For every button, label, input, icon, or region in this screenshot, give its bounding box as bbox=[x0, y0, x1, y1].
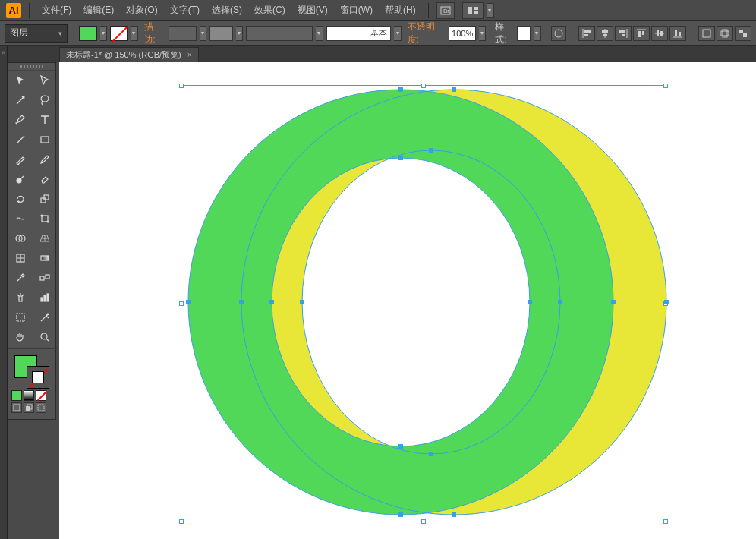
gradient-tool[interactable] bbox=[33, 248, 57, 268]
anchor-point[interactable] bbox=[558, 300, 562, 304]
none-color-icon[interactable] bbox=[36, 390, 46, 401]
stroke-color-box[interactable] bbox=[209, 26, 233, 41]
menu-type[interactable]: 文字(T) bbox=[165, 2, 204, 19]
anchor-point[interactable] bbox=[239, 300, 244, 304]
magic-wand-tool[interactable] bbox=[8, 90, 33, 110]
menu-select[interactable]: 选择(S) bbox=[207, 2, 247, 19]
stroke-weight-dropdown[interactable]: ▾ bbox=[200, 26, 206, 41]
graphic-style-swatch[interactable] bbox=[517, 26, 531, 41]
align-top-button[interactable] bbox=[633, 26, 650, 41]
menu-object[interactable]: 对象(O) bbox=[121, 2, 162, 19]
anchor-point[interactable] bbox=[429, 148, 433, 153]
anchor-point[interactable] bbox=[398, 444, 403, 449]
hand-tool[interactable] bbox=[8, 327, 33, 347]
arrange-dropdown[interactable]: ▾ bbox=[487, 3, 494, 18]
handle-se[interactable] bbox=[663, 519, 668, 524]
rotate-tool[interactable] bbox=[8, 189, 33, 209]
solid-color-icon[interactable] bbox=[11, 390, 22, 401]
close-tab-icon[interactable]: × bbox=[187, 51, 192, 59]
handle-sw[interactable] bbox=[179, 519, 184, 524]
stroke-weight-input[interactable] bbox=[169, 26, 196, 41]
transform-panel-button[interactable] bbox=[735, 26, 751, 41]
expand-dock-icon[interactable]: » bbox=[2, 49, 5, 56]
recolor-artwork-button[interactable] bbox=[551, 26, 566, 41]
align-vcenter-button[interactable] bbox=[651, 26, 668, 41]
menu-edit[interactable]: 编辑(E) bbox=[79, 2, 118, 19]
handle-s[interactable] bbox=[421, 519, 426, 524]
opacity-input[interactable]: 100% bbox=[449, 26, 476, 41]
rectangle-tool[interactable] bbox=[33, 130, 57, 150]
align-left-button[interactable] bbox=[578, 26, 595, 41]
fill-swatch-dropdown[interactable]: ▾ bbox=[100, 26, 107, 41]
draw-normal-icon[interactable] bbox=[11, 402, 22, 413]
width-tool[interactable] bbox=[8, 209, 33, 229]
handle-nw[interactable] bbox=[179, 84, 184, 88]
handle-n[interactable] bbox=[421, 84, 426, 88]
zoom-tool[interactable] bbox=[33, 327, 57, 347]
blend-tool[interactable] bbox=[33, 268, 57, 288]
stroke-color-dropdown[interactable]: ▾ bbox=[236, 26, 243, 41]
gradient-color-icon[interactable] bbox=[24, 390, 34, 401]
opacity-dropdown[interactable]: ▾ bbox=[479, 26, 486, 41]
perspective-grid-tool[interactable] bbox=[33, 229, 57, 248]
lasso-tool[interactable] bbox=[33, 90, 57, 110]
anchor-point[interactable] bbox=[269, 300, 274, 304]
type-tool[interactable] bbox=[33, 110, 57, 130]
artboard-tool[interactable] bbox=[8, 307, 33, 327]
align-right-button[interactable] bbox=[615, 26, 632, 41]
mesh-tool[interactable] bbox=[8, 248, 33, 268]
selection-tool[interactable] bbox=[8, 71, 33, 90]
menu-view[interactable]: 视图(V) bbox=[293, 2, 332, 19]
bridge-button[interactable]: Br bbox=[436, 2, 455, 19]
handle-w[interactable] bbox=[179, 301, 184, 306]
menu-file[interactable]: 文件(F) bbox=[37, 2, 76, 19]
line-segment-tool[interactable] bbox=[8, 130, 33, 150]
document-tab[interactable]: 未标题-1* @ 150% (RGB/预览) × bbox=[59, 47, 199, 62]
eraser-tool[interactable] bbox=[33, 169, 57, 189]
anchor-point[interactable] bbox=[398, 156, 403, 160]
eyedropper-tool[interactable] bbox=[8, 268, 33, 288]
selection-bounding-box[interactable] bbox=[181, 85, 666, 522]
symbol-sprayer-tool[interactable] bbox=[8, 288, 33, 307]
align-bottom-button[interactable] bbox=[669, 26, 686, 41]
anchor-point[interactable] bbox=[186, 300, 191, 304]
transform-shape-button[interactable] bbox=[698, 26, 715, 41]
shape-builder-tool[interactable] bbox=[8, 229, 33, 248]
canvas[interactable] bbox=[59, 62, 756, 539]
slice-tool[interactable] bbox=[33, 307, 57, 327]
fill-stroke-indicator[interactable] bbox=[13, 354, 51, 387]
handle-ne[interactable] bbox=[663, 84, 668, 88]
paintbrush-tool[interactable] bbox=[8, 150, 33, 169]
column-graph-tool[interactable] bbox=[33, 288, 57, 307]
fill-swatch[interactable] bbox=[79, 26, 97, 41]
align-hcenter-button[interactable] bbox=[597, 26, 613, 41]
menu-window[interactable]: 窗口(W) bbox=[335, 2, 377, 19]
anchor-point[interactable] bbox=[398, 87, 403, 92]
draw-behind-icon[interactable] bbox=[24, 402, 34, 413]
anchor-point[interactable] bbox=[398, 512, 403, 517]
stroke-swatch-dropdown[interactable]: ▾ bbox=[131, 26, 137, 41]
menu-effect[interactable]: 效果(C) bbox=[250, 2, 290, 19]
arrange-documents-button[interactable] bbox=[462, 2, 484, 19]
layers-panel-tab[interactable]: 图层 ▾ bbox=[5, 24, 68, 43]
free-transform-tool[interactable] bbox=[33, 209, 57, 229]
stroke-swatch[interactable] bbox=[110, 26, 128, 41]
pen-tool[interactable] bbox=[8, 110, 33, 130]
anchor-point[interactable] bbox=[452, 512, 456, 517]
brush-dropdown[interactable]: ▾ bbox=[394, 26, 401, 41]
anchor-point[interactable] bbox=[429, 452, 433, 456]
graphic-style-dropdown[interactable]: ▾ bbox=[534, 26, 540, 41]
anchor-point[interactable] bbox=[664, 300, 669, 304]
direct-selection-tool[interactable] bbox=[33, 71, 57, 90]
anchor-point[interactable] bbox=[452, 87, 456, 92]
stroke-color-icon[interactable] bbox=[27, 366, 49, 389]
brush-definition[interactable]: 基本 bbox=[326, 26, 392, 41]
panel-grip-icon[interactable] bbox=[8, 63, 55, 71]
menu-help[interactable]: 帮助(H) bbox=[380, 2, 421, 19]
anchor-point[interactable] bbox=[300, 300, 304, 304]
draw-inside-icon[interactable] bbox=[36, 402, 46, 413]
scale-tool[interactable] bbox=[33, 189, 57, 209]
isolate-button[interactable] bbox=[717, 26, 733, 41]
anchor-point[interactable] bbox=[528, 300, 532, 304]
pencil-tool[interactable] bbox=[33, 150, 57, 169]
